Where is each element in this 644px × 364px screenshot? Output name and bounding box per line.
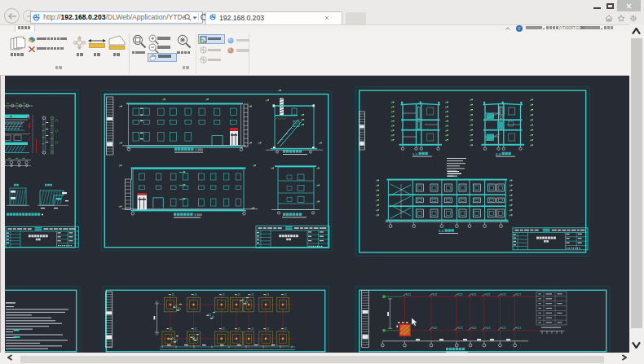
svg-text:2-2: 2-2 (496, 152, 501, 156)
svg-text:KZ1: KZ1 (433, 327, 438, 330)
svg-text:J1: J1 (237, 293, 240, 296)
svg-text:1-1: 1-1 (412, 152, 418, 156)
svg-text:KZ1: KZ1 (458, 293, 463, 296)
svg-text:KZ1: KZ1 (433, 293, 438, 296)
svg-text:J1: J1 (251, 327, 254, 331)
svg-text:J1: J1 (284, 293, 287, 296)
svg-text:J1: J1 (222, 327, 225, 331)
svg-text:KZ1: KZ1 (501, 327, 506, 330)
svg-text:KZ1: KZ1 (485, 327, 490, 330)
svg-text:J1: J1 (251, 293, 254, 296)
svg-text:KZ1: KZ1 (472, 293, 477, 296)
svg-text:KZ1: KZ1 (406, 293, 411, 296)
svg-text:1:100: 1:100 (194, 213, 202, 217)
svg-text:J1: J1 (194, 327, 197, 331)
svg-text:KZ1: KZ1 (485, 293, 490, 296)
svg-text:KZ1: KZ1 (501, 293, 506, 296)
svg-text:J1: J1 (284, 327, 287, 331)
svg-text:J1: J1 (170, 327, 173, 331)
svg-text:KZ1: KZ1 (516, 327, 521, 330)
svg-text:1:100: 1:100 (195, 148, 203, 151)
svg-text:KZ1: KZ1 (516, 293, 521, 296)
svg-text:J1: J1 (194, 293, 197, 296)
svg-text:KZ1: KZ1 (458, 327, 463, 330)
svg-text:J1: J1 (267, 293, 270, 296)
svg-text:J1: J1 (222, 293, 225, 296)
svg-text:J1: J1 (267, 327, 270, 331)
svg-text:KZ1: KZ1 (472, 327, 477, 330)
svg-text:J1: J1 (171, 293, 174, 296)
svg-text:3-3: 3-3 (439, 229, 444, 233)
svg-text:J1: J1 (237, 327, 240, 331)
